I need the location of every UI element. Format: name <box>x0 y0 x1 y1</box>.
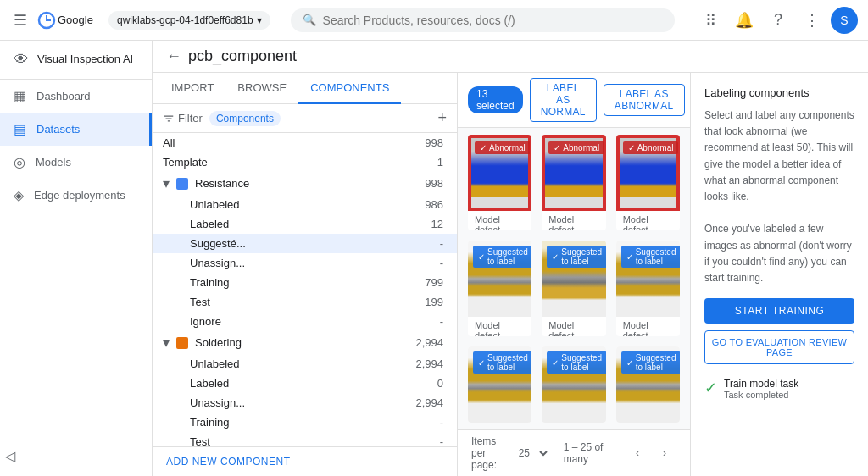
avatar[interactable]: S <box>831 7 858 34</box>
image-card-5[interactable]: ✓ Suggested to label Model defect score:… <box>616 241 680 336</box>
label-badge-4: ✓ Suggested to label <box>547 246 605 268</box>
image-score-2: Model defect score: 0.12 <box>616 211 680 230</box>
start-training-btn[interactable]: START TRAINING <box>704 298 854 324</box>
more-options-icon[interactable]: ⋮ <box>797 5 827 36</box>
dashboard-icon: ▦ <box>14 88 26 104</box>
stat-soldering-labeled[interactable]: Labeled 0 <box>153 374 457 393</box>
stat-soldering-unassign[interactable]: Unassign... 2,994 <box>153 393 457 412</box>
stat-template[interactable]: Template 1 <box>153 152 457 172</box>
label-as-abnormal-btn[interactable]: LABEL AS ABNORMAL <box>604 84 685 116</box>
tab-components[interactable]: COMPONENTS <box>298 73 401 104</box>
search-bar[interactable]: 🔍 <box>291 8 675 32</box>
add-filter-btn[interactable]: + <box>437 109 447 127</box>
image-thumb-4: ✓ Suggested to label <box>542 241 605 317</box>
image-card-0[interactable]: ✓ Abnormal Model defect score: 0.12 <box>468 135 531 230</box>
chevron-icon: ▾ <box>163 175 170 191</box>
abnormal-check-icon-2: ✓ <box>628 143 635 152</box>
tab-import[interactable]: IMPORT <box>159 73 225 104</box>
sidebar-item-datasets[interactable]: ▤ Datasets <box>0 113 152 146</box>
suggest-check-icon-5: ✓ <box>626 252 633 262</box>
label-as-normal-btn[interactable]: LABEL AS NORMAL <box>530 78 597 122</box>
sidebar-item-models[interactable]: ◎ Models <box>0 146 152 179</box>
help-icon[interactable]: ? <box>763 5 793 36</box>
prev-page-btn[interactable]: ‹ <box>626 441 649 465</box>
models-icon: ◎ <box>14 154 25 170</box>
dashboard-label: Dashboard <box>36 90 91 102</box>
hamburger-icon[interactable]: ☰ <box>10 8 31 33</box>
component-resistance[interactable]: ▾ Resistance 998 <box>153 172 457 195</box>
google-cloud-wordmark: Google Cloud <box>37 11 95 30</box>
sidebar-item-dashboard[interactable]: ▦ Dashboard <box>0 80 152 113</box>
tab-browse[interactable]: BROWSE <box>225 73 298 104</box>
stat-soldering-training[interactable]: Training - <box>153 412 457 432</box>
notifications-icon[interactable]: 🔔 <box>729 5 760 36</box>
image-card-2[interactable]: ✓ Abnormal Model defect score: 0.12 <box>616 135 680 230</box>
image-card-6[interactable]: ✓ Suggested to label <box>468 346 531 423</box>
chevron-icon: ▾ <box>163 335 170 351</box>
filter-icon <box>163 113 175 125</box>
suggest-check-icon-7: ✓ <box>552 358 559 368</box>
label-text-2: Abnormal <box>637 143 674 152</box>
main-area: ← pcb_component IMPORT BROWSE COMPONENTS… <box>153 41 868 476</box>
page-nav: ‹ › <box>626 441 676 465</box>
project-id: qwiklabs-gcp-04-1df0eff6d81b <box>117 14 253 26</box>
label-badge-7: ✓ Suggested to label <box>547 351 605 374</box>
edge-icon: ◈ <box>14 187 24 203</box>
image-card-3[interactable]: ✓ Suggested to label Model defect score:… <box>468 241 531 336</box>
stat-all[interactable]: All 998 <box>153 133 457 152</box>
stat-resistance-labeled[interactable]: Labeled 12 <box>153 214 457 234</box>
image-card-1[interactable]: ✓ Abnormal Model defect score: 0.12 <box>542 135 605 230</box>
svg-text:Google Cloud: Google Cloud <box>58 14 95 26</box>
stats-section: All 998 Template 1 ▾ Resistance 998 Unla… <box>153 133 457 446</box>
stat-soldering-test[interactable]: Test - <box>153 432 457 446</box>
stat-resistance-unlabeled[interactable]: Unlabeled 986 <box>153 195 457 214</box>
task-complete-icon: ✓ <box>704 379 717 397</box>
label-text-6: Suggested to label <box>487 353 528 372</box>
label-text-1: Abnormal <box>563 143 599 152</box>
image-grid: ✓ Abnormal Model defect score: 0.12 ✓ Ab… <box>458 128 690 429</box>
stat-soldering-unlabeled[interactable]: Unlabeled 2,994 <box>153 354 457 374</box>
next-page-btn[interactable]: › <box>653 441 676 465</box>
component-soldering[interactable]: ▾ Soldering 2,994 <box>153 331 457 354</box>
google-cloud-logo: Google Cloud <box>37 11 95 30</box>
page-size: Items per page: 25 50 100 <box>471 435 550 471</box>
back-button[interactable]: ← <box>166 47 181 65</box>
stat-resistance-unassign[interactable]: Unassign... - <box>153 253 457 273</box>
go-to-evaluation-btn[interactable]: GO TO EVALUATION REVIEW PAGE <box>704 330 854 364</box>
label-text-7: Suggested to label <box>561 353 602 372</box>
add-component-btn[interactable]: ADD NEW COMPONENT <box>153 446 457 476</box>
resistance-color <box>176 178 188 190</box>
nav-icons: ⠿ 🔔 ? ⋮ S <box>695 5 858 36</box>
stat-resistance-ignore[interactable]: Ignore - <box>153 312 457 331</box>
stat-resistance-training[interactable]: Training 799 <box>153 273 457 292</box>
label-text-4: Suggested to label <box>561 247 602 266</box>
search-icon: 🔍 <box>303 14 316 26</box>
sidebar-item-edge[interactable]: ◈ Edge deployments <box>0 179 152 212</box>
image-card-4[interactable]: ✓ Suggested to label Model defect score:… <box>542 241 605 336</box>
filter-chip[interactable]: Components <box>209 111 281 126</box>
project-chip[interactable]: qwiklabs-gcp-04-1df0eff6d81b ▾ <box>108 11 270 30</box>
right-panel-title: Labeling components <box>704 86 854 99</box>
filter-label: Filter <box>163 112 203 125</box>
image-thumb-2: ✓ Abnormal <box>616 135 680 211</box>
label-badge-5: ✓ Suggested to label <box>621 246 680 268</box>
stat-resistance-suggested[interactable]: Suggesté... - <box>153 234 457 253</box>
right-panel: Labeling components Select and label any… <box>690 73 868 476</box>
eye-icon: 👁 <box>14 51 29 69</box>
suggest-check-icon-4: ✓ <box>552 252 559 262</box>
label-badge-2: ✓ Abnormal <box>623 141 679 154</box>
models-label: Models <box>36 156 71 169</box>
tabs-row: IMPORT BROWSE COMPONENTS <box>153 73 457 104</box>
task-name: Train model task <box>724 378 798 390</box>
page-size-select[interactable]: 25 50 100 <box>515 446 550 460</box>
task-info: Train model task Task completed <box>724 378 798 400</box>
image-card-8[interactable]: ✓ Suggested to label <box>616 346 680 423</box>
apps-icon[interactable]: ⠿ <box>695 5 726 36</box>
image-card-7[interactable]: ✓ Suggested to label <box>542 346 605 423</box>
stat-resistance-test[interactable]: Test 199 <box>153 292 457 312</box>
search-input[interactable] <box>323 14 663 27</box>
collapse-sidebar-btn[interactable]: ◁ <box>0 446 20 466</box>
chevron-down-icon: ▾ <box>257 14 262 26</box>
top-nav: ☰ Google Cloud qwiklabs-gcp-04-1df0eff6d… <box>0 0 868 41</box>
items-per-page-label: Items per page: <box>471 435 512 471</box>
